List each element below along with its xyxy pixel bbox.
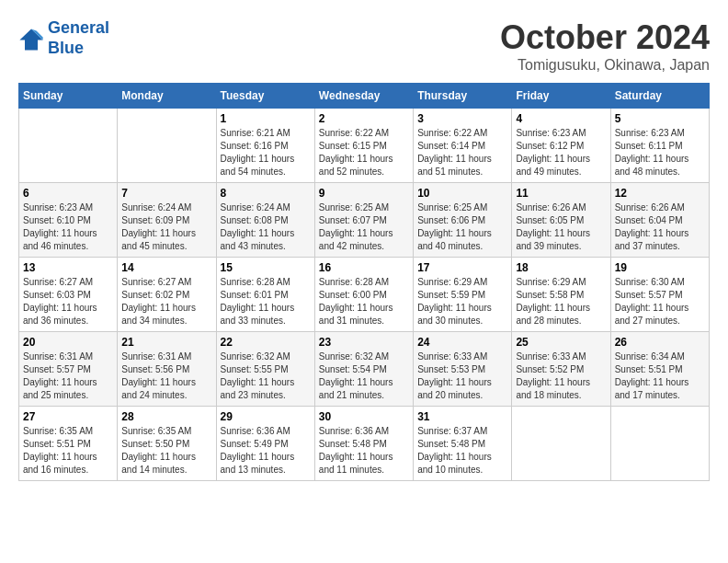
day-info: Sunrise: 6:32 AM Sunset: 5:54 PM Dayligh…: [319, 350, 409, 402]
weekday-header-saturday: Saturday: [610, 84, 709, 109]
week-row-3: 13Sunrise: 6:27 AM Sunset: 6:03 PM Dayli…: [19, 258, 710, 332]
day-number: 11: [516, 187, 606, 200]
day-info: Sunrise: 6:23 AM Sunset: 6:11 PM Dayligh…: [615, 127, 705, 178]
calendar-cell-w5d2: 28Sunrise: 6:35 AM Sunset: 5:50 PM Dayli…: [118, 407, 216, 481]
weekday-header-sunday: Sunday: [19, 84, 118, 109]
day-number: 3: [417, 112, 507, 125]
weekday-header-row: SundayMondayTuesdayWednesdayThursdayFrid…: [19, 84, 710, 109]
day-number: 27: [23, 410, 113, 423]
weekday-header-thursday: Thursday: [414, 84, 512, 109]
calendar-cell-w2d4: 9Sunrise: 6:25 AM Sunset: 6:07 PM Daylig…: [314, 183, 413, 258]
logo-text: General Blue: [48, 18, 109, 58]
day-info: Sunrise: 6:31 AM Sunset: 5:57 PM Dayligh…: [23, 350, 113, 402]
calendar-cell-w1d3: 1Sunrise: 6:21 AM Sunset: 6:16 PM Daylig…: [216, 109, 314, 183]
day-number: 4: [516, 112, 606, 125]
day-info: Sunrise: 6:29 AM Sunset: 5:58 PM Dayligh…: [516, 276, 606, 327]
calendar-cell-w1d4: 2Sunrise: 6:22 AM Sunset: 6:15 PM Daylig…: [314, 109, 413, 183]
day-info: Sunrise: 6:31 AM Sunset: 5:56 PM Dayligh…: [121, 350, 211, 402]
week-row-1: 1Sunrise: 6:21 AM Sunset: 6:16 PM Daylig…: [19, 109, 710, 183]
day-number: 15: [221, 261, 311, 274]
calendar-cell-w4d2: 21Sunrise: 6:31 AM Sunset: 5:56 PM Dayli…: [118, 332, 216, 407]
calendar-cell-w1d7: 5Sunrise: 6:23 AM Sunset: 6:11 PM Daylig…: [610, 109, 709, 183]
day-info: Sunrise: 6:37 AM Sunset: 5:48 PM Dayligh…: [417, 425, 507, 477]
day-info: Sunrise: 6:30 AM Sunset: 5:57 PM Dayligh…: [615, 276, 705, 327]
calendar-cell-w2d3: 8Sunrise: 6:24 AM Sunset: 6:08 PM Daylig…: [216, 183, 314, 258]
day-number: 12: [615, 187, 705, 200]
day-number: 1: [221, 112, 311, 125]
day-info: Sunrise: 6:27 AM Sunset: 6:02 PM Dayligh…: [121, 276, 211, 327]
calendar-cell-w4d1: 20Sunrise: 6:31 AM Sunset: 5:57 PM Dayli…: [19, 332, 118, 407]
calendar-cell-w4d5: 24Sunrise: 6:33 AM Sunset: 5:53 PM Dayli…: [414, 332, 512, 407]
day-info: Sunrise: 6:23 AM Sunset: 6:12 PM Dayligh…: [516, 127, 606, 178]
calendar-cell-w5d6: [512, 407, 610, 481]
calendar-cell-w3d2: 14Sunrise: 6:27 AM Sunset: 6:02 PM Dayli…: [118, 258, 216, 332]
calendar-table: SundayMondayTuesdayWednesdayThursdayFrid…: [18, 83, 710, 481]
calendar-cell-w1d1: [19, 109, 118, 183]
calendar-cell-w2d5: 10Sunrise: 6:25 AM Sunset: 6:06 PM Dayli…: [414, 183, 512, 258]
day-number: 21: [121, 336, 211, 349]
calendar-cell-w5d1: 27Sunrise: 6:35 AM Sunset: 5:51 PM Dayli…: [19, 407, 118, 481]
logo-line2: Blue: [48, 39, 84, 57]
week-row-4: 20Sunrise: 6:31 AM Sunset: 5:57 PM Dayli…: [19, 332, 710, 407]
day-number: 18: [516, 261, 606, 274]
day-info: Sunrise: 6:33 AM Sunset: 5:52 PM Dayligh…: [516, 350, 606, 402]
day-number: 28: [121, 410, 211, 423]
weekday-header-tuesday: Tuesday: [216, 84, 314, 109]
day-info: Sunrise: 6:34 AM Sunset: 5:51 PM Dayligh…: [615, 350, 705, 402]
day-info: Sunrise: 6:26 AM Sunset: 6:05 PM Dayligh…: [516, 201, 606, 253]
calendar-cell-w3d3: 15Sunrise: 6:28 AM Sunset: 6:01 PM Dayli…: [216, 258, 314, 332]
page-header: General Blue October 2024 Tomigusuku, Ok…: [18, 18, 710, 74]
day-info: Sunrise: 6:26 AM Sunset: 6:04 PM Dayligh…: [615, 201, 705, 253]
calendar-cell-w1d6: 4Sunrise: 6:23 AM Sunset: 6:12 PM Daylig…: [512, 109, 610, 183]
calendar-cell-w2d2: 7Sunrise: 6:24 AM Sunset: 6:09 PM Daylig…: [118, 183, 216, 258]
day-number: 29: [221, 410, 311, 423]
calendar-cell-w4d6: 25Sunrise: 6:33 AM Sunset: 5:52 PM Dayli…: [512, 332, 610, 407]
weekday-header-monday: Monday: [118, 84, 216, 109]
logo-icon: [18, 26, 44, 52]
day-number: 31: [417, 410, 507, 423]
day-info: Sunrise: 6:29 AM Sunset: 5:59 PM Dayligh…: [417, 276, 507, 327]
day-info: Sunrise: 6:21 AM Sunset: 6:16 PM Dayligh…: [221, 127, 311, 178]
calendar-cell-w2d1: 6Sunrise: 6:23 AM Sunset: 6:10 PM Daylig…: [19, 183, 118, 258]
subtitle: Tomigusuku, Okinawa, Japan: [500, 57, 710, 74]
title-block: October 2024 Tomigusuku, Okinawa, Japan: [500, 18, 710, 74]
calendar-cell-w2d6: 11Sunrise: 6:26 AM Sunset: 6:05 PM Dayli…: [512, 183, 610, 258]
calendar-cell-w3d4: 16Sunrise: 6:28 AM Sunset: 6:00 PM Dayli…: [314, 258, 413, 332]
calendar-cell-w5d5: 31Sunrise: 6:37 AM Sunset: 5:48 PM Dayli…: [414, 407, 512, 481]
calendar-cell-w4d4: 23Sunrise: 6:32 AM Sunset: 5:54 PM Dayli…: [314, 332, 413, 407]
day-info: Sunrise: 6:22 AM Sunset: 6:15 PM Dayligh…: [319, 127, 409, 178]
day-number: 20: [23, 336, 113, 349]
day-number: 10: [417, 187, 507, 200]
calendar-cell-w5d4: 30Sunrise: 6:36 AM Sunset: 5:48 PM Dayli…: [314, 407, 413, 481]
weekday-header-friday: Friday: [512, 84, 610, 109]
day-number: 17: [417, 261, 507, 274]
day-info: Sunrise: 6:23 AM Sunset: 6:10 PM Dayligh…: [23, 201, 113, 253]
day-info: Sunrise: 6:24 AM Sunset: 6:09 PM Dayligh…: [121, 201, 211, 253]
day-info: Sunrise: 6:22 AM Sunset: 6:14 PM Dayligh…: [417, 127, 507, 178]
day-number: 30: [319, 410, 409, 423]
day-info: Sunrise: 6:27 AM Sunset: 6:03 PM Dayligh…: [23, 276, 113, 327]
calendar-cell-w3d6: 18Sunrise: 6:29 AM Sunset: 5:58 PM Dayli…: [512, 258, 610, 332]
day-info: Sunrise: 6:35 AM Sunset: 5:51 PM Dayligh…: [23, 425, 113, 477]
logo: General Blue: [18, 18, 109, 58]
calendar-cell-w1d2: [118, 109, 216, 183]
week-row-5: 27Sunrise: 6:35 AM Sunset: 5:51 PM Dayli…: [19, 407, 710, 481]
calendar-cell-w5d7: [610, 407, 709, 481]
week-row-2: 6Sunrise: 6:23 AM Sunset: 6:10 PM Daylig…: [19, 183, 710, 258]
calendar-cell-w4d7: 26Sunrise: 6:34 AM Sunset: 5:51 PM Dayli…: [610, 332, 709, 407]
day-info: Sunrise: 6:35 AM Sunset: 5:50 PM Dayligh…: [121, 425, 211, 477]
day-number: 8: [221, 187, 311, 200]
calendar-cell-w3d7: 19Sunrise: 6:30 AM Sunset: 5:57 PM Dayli…: [610, 258, 709, 332]
day-info: Sunrise: 6:36 AM Sunset: 5:49 PM Dayligh…: [221, 425, 311, 477]
calendar-cell-w4d3: 22Sunrise: 6:32 AM Sunset: 5:55 PM Dayli…: [216, 332, 314, 407]
day-info: Sunrise: 6:33 AM Sunset: 5:53 PM Dayligh…: [417, 350, 507, 402]
logo-line1: General: [48, 18, 109, 37]
day-info: Sunrise: 6:25 AM Sunset: 6:06 PM Dayligh…: [417, 201, 507, 253]
day-info: Sunrise: 6:28 AM Sunset: 6:00 PM Dayligh…: [319, 276, 409, 327]
day-number: 7: [121, 187, 211, 200]
day-number: 24: [417, 336, 507, 349]
day-number: 6: [23, 187, 113, 200]
day-number: 16: [319, 261, 409, 274]
day-number: 25: [516, 336, 606, 349]
calendar-cell-w3d5: 17Sunrise: 6:29 AM Sunset: 5:59 PM Dayli…: [414, 258, 512, 332]
